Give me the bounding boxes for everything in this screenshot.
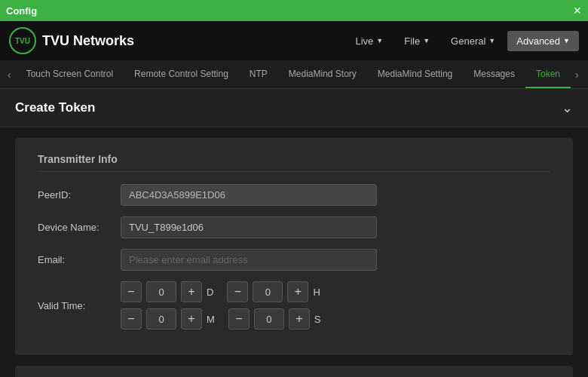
s-increment-button[interactable]: + [289, 308, 310, 329]
nav-file[interactable]: File ▼ [395, 31, 439, 51]
create-token-header: Create Token ⌄ [0, 89, 588, 127]
s-decrement-button[interactable]: − [228, 308, 250, 329]
close-button[interactable]: ✕ [573, 5, 582, 16]
live-chevron: ▼ [376, 37, 383, 44]
r-info-section: R Info PeerID: [15, 366, 573, 377]
collapse-icon[interactable]: ⌄ [562, 100, 573, 116]
tab-remote-control[interactable]: Remote Control Setting [124, 60, 239, 88]
d-unit: D [207, 287, 213, 298]
valid-time-line-1: − 0 + D − 0 + H [121, 281, 324, 302]
h-increment-button[interactable]: + [287, 281, 308, 302]
tab-bar: ‹ Touch Screen Control Remote Control Se… [0, 60, 588, 89]
advanced-chevron: ▼ [563, 37, 570, 44]
d-increment-button[interactable]: + [181, 281, 202, 302]
peer-id-row: PeerID: [38, 184, 550, 206]
valid-time-label: Valid Time: [38, 300, 121, 311]
h-decrement-button[interactable]: − [227, 281, 248, 302]
tab-mediamind-setting[interactable]: MediaMind Setting [367, 60, 463, 88]
logo-area: TVU TVU Networks [9, 27, 134, 54]
d-decrement-button[interactable]: − [121, 281, 142, 302]
valid-time-row: Valid Time: − 0 + D − 0 + H − 0 + [38, 281, 550, 329]
email-label: Email: [38, 254, 121, 265]
nav-live[interactable]: Live ▼ [346, 31, 392, 51]
valid-time-groups: − 0 + D − 0 + H − 0 + M − 0 + [121, 281, 324, 329]
form-area: Transmitter Info PeerID: Device Name: Em… [15, 138, 573, 355]
email-row: Email: [38, 249, 550, 271]
valid-time-line-2: − 0 + M − 0 + S [121, 308, 324, 329]
peer-id-input[interactable] [121, 184, 377, 206]
s-unit: S [314, 314, 321, 325]
d-value: 0 [146, 281, 176, 302]
transmitter-info-title: Transmitter Info [38, 153, 550, 172]
file-chevron: ▼ [423, 37, 430, 44]
main-content: Create Token ⌄ Transmitter Info PeerID: … [0, 89, 588, 377]
tab-prev-arrow[interactable]: ‹ [3, 69, 16, 81]
m-value: 0 [146, 308, 176, 329]
device-name-label: Device Name: [38, 222, 121, 233]
h-unit: H [313, 287, 320, 298]
tab-mediamind-story[interactable]: MediaMind Story [278, 60, 367, 88]
tvu-logo: TVU [9, 27, 36, 54]
tab-next-arrow[interactable]: › [571, 69, 583, 81]
s-value: 0 [254, 308, 284, 329]
general-chevron: ▼ [488, 37, 495, 44]
top-nav: TVU TVU Networks Live ▼ File ▼ General ▼… [0, 21, 588, 60]
window-title: Config [6, 5, 37, 17]
m-increment-button[interactable]: + [181, 308, 202, 329]
device-name-input[interactable] [121, 216, 377, 238]
title-bar: Config ✕ [0, 0, 588, 21]
h-value: 0 [253, 281, 283, 302]
tab-token[interactable]: Token [525, 60, 571, 88]
device-name-row: Device Name: [38, 216, 550, 238]
tab-messages[interactable]: Messages [463, 60, 525, 88]
nav-general[interactable]: General ▼ [442, 31, 504, 51]
tab-touch-screen[interactable]: Touch Screen Control [16, 60, 124, 88]
peer-id-label: PeerID: [38, 189, 121, 201]
create-token-title: Create Token [15, 100, 95, 115]
brand-name: TVU Networks [42, 33, 134, 49]
m-unit: M [207, 314, 215, 325]
email-input[interactable] [121, 249, 377, 271]
tab-ntp[interactable]: NTP [239, 60, 278, 88]
m-decrement-button[interactable]: − [121, 308, 142, 329]
nav-advanced[interactable]: Advanced ▼ [507, 31, 579, 51]
